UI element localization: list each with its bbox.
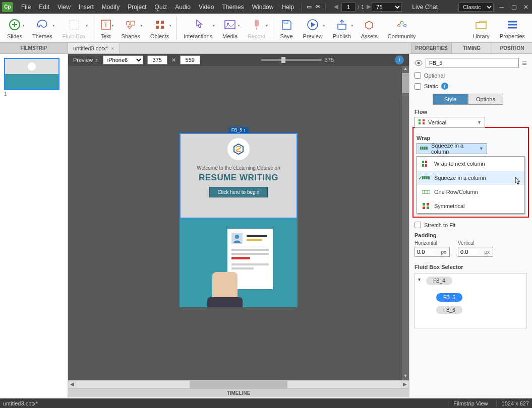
mail-icon[interactable]: ✉ [314, 4, 322, 10]
tool-shapes[interactable]: ▼Shapes [116, 14, 145, 42]
page-current-input[interactable] [341, 3, 356, 12]
tab-properties[interactable]: PROPERTIES [411, 43, 451, 53]
menu-window[interactable]: Window [248, 4, 278, 11]
static-info-icon[interactable]: i [441, 83, 448, 90]
info-icon[interactable]: i [395, 55, 404, 64]
wrap-dropdown[interactable]: Squeeze in a column ▼ [417, 143, 487, 154]
device-select[interactable]: iPhone6 [103, 55, 143, 64]
wrap-icon [420, 146, 428, 152]
workspace-select[interactable]: Classic [458, 3, 494, 12]
timeline-header[interactable]: TIMELINE [68, 388, 409, 397]
zoom-select[interactable]: 75 [372, 3, 402, 12]
svg-rect-44 [424, 176, 426, 179]
wrap-option-symmetrical[interactable]: Symmetrical [417, 199, 524, 213]
tool-media[interactable]: ▼Media [217, 14, 243, 42]
menu-modify[interactable]: Modify [98, 4, 124, 11]
menu-help[interactable]: Help [277, 4, 298, 11]
page-next-icon[interactable]: ⯈ [366, 4, 372, 10]
slide-top-section[interactable]: Welcome to the eLearning Course on RESUM… [180, 133, 298, 219]
width-slider[interactable] [261, 59, 322, 61]
tool-properties[interactable]: Properties [495, 14, 530, 42]
static-checkbox[interactable] [415, 83, 421, 90]
vscroll-up-icon[interactable]: ▲ [402, 66, 409, 73]
stretch-checkbox[interactable] [415, 222, 421, 228]
slide-bottom-section[interactable] [180, 219, 298, 307]
tool-fluid-box[interactable]: ▼Fluid Box [57, 14, 91, 42]
swap-dimensions-icon[interactable]: ✕ [171, 57, 176, 63]
vscroll-down-icon[interactable]: ▼ [402, 373, 409, 380]
tool-preview[interactable]: ▼Preview [298, 14, 328, 42]
padding-v-input[interactable] [458, 249, 477, 255]
wrap-value: Squeeze in a column [431, 143, 479, 155]
svg-rect-36 [422, 147, 424, 150]
menu-project[interactable]: Project [124, 4, 150, 11]
ruler-value: 375 [325, 57, 334, 63]
hscroll-thumb[interactable] [190, 381, 287, 388]
menu-quiz[interactable]: Quiz [151, 4, 171, 11]
menu-insert[interactable]: Insert [75, 4, 98, 11]
tool-assets[interactable]: Assets [356, 14, 383, 42]
tree-collapse-icon[interactable]: ▾ [418, 277, 421, 282]
minimize-icon[interactable]: ─ [498, 4, 506, 11]
tool-library[interactable]: Library [467, 14, 495, 42]
wrap-option-one-row[interactable]: One Row/Column [417, 185, 524, 199]
tab-style[interactable]: Style [433, 94, 468, 105]
tool-publish[interactable]: ▼Publish [328, 14, 356, 42]
tab-options[interactable]: Options [468, 94, 503, 105]
tool-interactions[interactable]: ▼Interactions [179, 14, 217, 42]
svg-rect-31 [419, 119, 421, 121]
menu-audio[interactable]: Audio [171, 4, 195, 11]
status-bar: untitled3.cptx* Filmstrip View 1024 x 62… [0, 398, 532, 408]
horizontal-scrollbar[interactable]: ◀ ▶ [68, 380, 409, 388]
optional-checkbox[interactable] [415, 72, 421, 79]
live-chat-link[interactable]: Live Chat [412, 4, 438, 11]
filmstrip-header: FILMSTRIP [0, 43, 68, 53]
hscroll-left-icon[interactable]: ◀ [68, 381, 76, 388]
tab-position[interactable]: POSITION [492, 43, 532, 53]
padding-h-input[interactable] [415, 249, 433, 255]
tool-text[interactable]: T▼Text [95, 14, 116, 42]
wrap-option-wrap-next[interactable]: Wrap to next column [417, 157, 524, 171]
fbs-node-fb6[interactable]: FB_6 [436, 306, 462, 314]
wrap-option-squeeze[interactable]: ✓ Squeeze in a column [417, 171, 524, 185]
file-tab[interactable]: untitled3.cptx* × [68, 43, 120, 53]
visibility-icon[interactable] [415, 60, 423, 66]
begin-button[interactable]: Click here to begin [209, 187, 268, 197]
file-tab-close-icon[interactable]: × [111, 45, 114, 51]
canvas-viewport[interactable]: FB_5 ↕ Welcome to the eLearning Course o… [68, 66, 409, 380]
fbs-node-fb5[interactable]: FB_5 [436, 293, 462, 302]
tool-community[interactable]: Community [383, 14, 421, 42]
close-icon[interactable]: ✕ [522, 4, 530, 11]
menu-video[interactable]: Video [195, 4, 218, 11]
tool-record[interactable]: ▼Record [243, 14, 270, 42]
page-prev-icon[interactable]: ⯇ [334, 4, 339, 10]
slide-thumbnail-1[interactable] [4, 58, 60, 90]
height-input[interactable] [180, 55, 200, 64]
wrap-highlight-box: Wrap Squeeze in a column ▼ Wrap to next … [412, 127, 529, 218]
object-name-input[interactable] [426, 58, 519, 68]
svg-rect-11 [156, 26, 159, 29]
menu-edit[interactable]: Edit [35, 4, 53, 11]
tool-slides[interactable]: ▼Slides [2, 14, 27, 42]
width-input[interactable] [147, 55, 167, 64]
vscroll-thumb[interactable] [402, 73, 409, 93]
slide-stage[interactable]: FB_5 ↕ Welcome to the eLearning Course o… [180, 126, 298, 303]
menu-themes[interactable]: Themes [218, 4, 248, 11]
tool-themes[interactable]: ▼Themes [27, 14, 57, 42]
panel-menu-icon[interactable]: ☰ [522, 60, 527, 66]
menu-view[interactable]: View [53, 4, 75, 11]
maximize-icon[interactable]: ▢ [510, 4, 518, 11]
menu-file[interactable]: File [17, 4, 35, 11]
preview-bar: Preview in iPhone6 ✕ 375 i [68, 54, 409, 66]
fbs-node-fb4[interactable]: FB_4 [426, 277, 452, 285]
flow-dropdown[interactable]: Vertical ▼ [415, 117, 485, 128]
svg-rect-42 [425, 164, 427, 167]
svg-rect-46 [428, 176, 430, 179]
svg-rect-39 [422, 161, 424, 163]
hscroll-right-icon[interactable]: ▶ [401, 381, 409, 388]
screen-icon[interactable]: ▭ [305, 4, 314, 10]
tab-timing[interactable]: TIMING [451, 43, 492, 53]
wrap-dropdown-menu: Wrap to next column ✓ Squeeze in a colum… [417, 156, 525, 214]
tool-objects[interactable]: ▼Objects [145, 14, 174, 42]
tool-save[interactable]: Save [275, 14, 298, 42]
